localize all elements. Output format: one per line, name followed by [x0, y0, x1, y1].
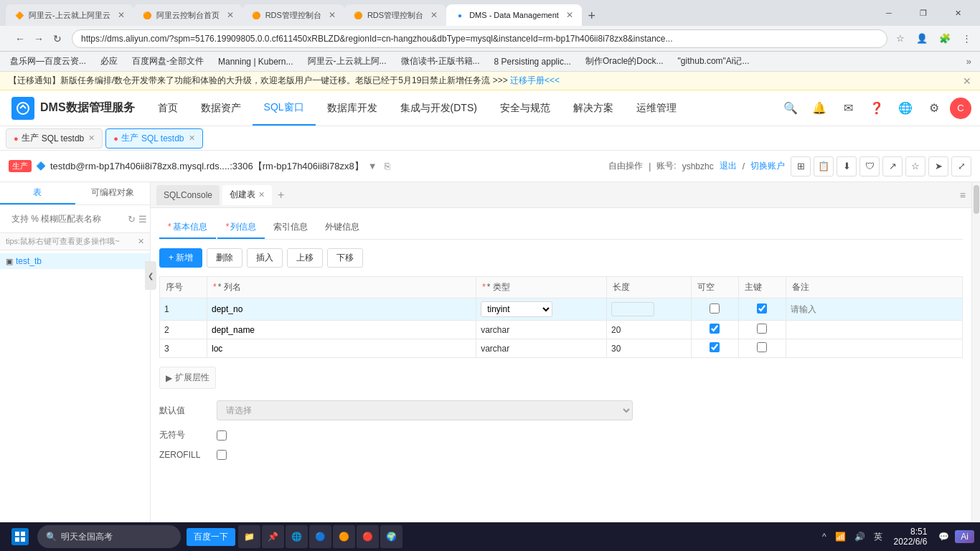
restore-button[interactable]: ❐	[907, 2, 940, 24]
sidebar-tab-tables[interactable]: 表	[0, 182, 75, 204]
nav-sql[interactable]: SQL窗口	[253, 90, 316, 126]
col-type-1[interactable]: tinyint varchar int bigint datetime text	[476, 298, 607, 321]
col-name-input-3[interactable]	[212, 344, 369, 354]
bookmark-9[interactable]: "github.com"Ai记...	[674, 54, 754, 69]
nav-ops[interactable]: 运维管理	[625, 90, 688, 126]
help-icon[interactable]: ❓	[864, 95, 890, 121]
col-name-3[interactable]	[207, 339, 476, 358]
sub-tab-close-1[interactable]: ✕	[88, 133, 95, 143]
nav-dts[interactable]: 集成与开发(DTS)	[389, 90, 489, 126]
tab-close-4[interactable]: ✕	[430, 10, 438, 20]
browser-tab-3[interactable]: 🟠 RDS管理控制台 ✕	[242, 4, 344, 26]
expand-section[interactable]: ▶ 扩展层性	[159, 367, 216, 389]
unsigned-checkbox[interactable]	[217, 430, 227, 441]
col-nullable-1[interactable]	[691, 298, 738, 321]
col-nullable-check-1[interactable]	[710, 303, 720, 314]
sub-tab-2[interactable]: ● 生产 SQL testdb ✕	[105, 128, 202, 149]
nav-home[interactable]: 首页	[146, 90, 189, 126]
bookmark-5[interactable]: 阿里云-上云就上阿...	[303, 54, 391, 69]
editor-tab-menu[interactable]: ≡	[960, 189, 966, 201]
db-switch-account[interactable]: 切换账户	[750, 160, 785, 172]
editor-tab-create-table[interactable]: 创建表 ✕	[222, 185, 272, 205]
profile-icon[interactable]: 👤	[913, 32, 930, 45]
message-icon[interactable]: ✉	[835, 95, 861, 121]
db-bookmark-icon[interactable]: ☆	[905, 156, 925, 176]
col-nullable-check-3[interactable]	[710, 342, 720, 352]
baidu-search-button[interactable]: 百度一下	[187, 528, 235, 546]
browser-tab-5[interactable]: ● DMS - Data Management ✕	[446, 4, 582, 26]
section-nav-columns[interactable]: *列信息	[217, 217, 265, 239]
tray-expand[interactable]: ^	[819, 530, 829, 543]
bookmark-2[interactable]: 必应	[96, 54, 122, 69]
bookmark-1[interactable]: 盘乐网—百度云资...	[6, 54, 90, 69]
bookmark-4[interactable]: Manning | Kubern...	[214, 55, 298, 68]
address-input[interactable]	[72, 29, 887, 48]
sub-tab-close-2[interactable]: ✕	[189, 133, 195, 143]
db-export-icon[interactable]: ↗	[882, 156, 903, 176]
editor-tab-close[interactable]: ✕	[258, 190, 265, 199]
bookmark-8[interactable]: 制作Oracle的Dock...	[581, 54, 668, 69]
insert-column-button[interactable]: 插入	[247, 248, 283, 268]
bookmarks-more[interactable]: »	[963, 55, 974, 68]
browser-tab-4[interactable]: 🟠 RDS管理控制台 ✕	[344, 4, 446, 26]
chevron-down-icon[interactable]: ▼	[368, 161, 377, 171]
db-download-icon[interactable]: ⬇	[837, 156, 857, 176]
move-down-button[interactable]: 下移	[327, 248, 363, 268]
section-nav-index[interactable]: 索引信息	[265, 217, 316, 239]
editor-tab-sqlconsole[interactable]: SQLConsole	[156, 185, 220, 205]
col-length-1[interactable]	[607, 298, 692, 321]
col-type-select-1[interactable]: tinyint varchar int bigint datetime text	[481, 301, 552, 317]
ai-button[interactable]: Ai	[955, 530, 974, 543]
db-table-icon[interactable]: 📋	[814, 156, 834, 176]
refresh-icon[interactable]: ↻	[128, 214, 136, 225]
language-icon[interactable]: 🌐	[892, 95, 918, 121]
taskbar-item-2[interactable]: 📌	[262, 525, 284, 548]
sidebar-tab-programmable[interactable]: 可编程对象	[75, 182, 151, 204]
db-shield-icon[interactable]: 🛡	[859, 156, 880, 176]
col-name-input-1[interactable]	[212, 304, 369, 314]
default-value-select[interactable]: 请选择	[217, 400, 633, 420]
col-pk-1[interactable]	[738, 298, 786, 321]
tray-network-icon[interactable]: 📶	[832, 530, 849, 543]
tray-clock[interactable]: 8:51 2022/6/6	[888, 525, 933, 548]
forward-button[interactable]: →	[30, 30, 47, 47]
tab-close-2[interactable]: ✕	[227, 10, 234, 20]
refresh-button[interactable]: ↻	[49, 30, 66, 47]
db-logout[interactable]: 退出	[720, 160, 737, 172]
notification-center[interactable]: 💬	[936, 530, 952, 543]
tab-close-1[interactable]: ✕	[118, 10, 125, 20]
col-nullable-2[interactable]	[691, 321, 738, 339]
sidebar-collapse-button[interactable]: ❮	[145, 261, 156, 290]
tray-volume-icon[interactable]: 🔊	[852, 530, 868, 543]
section-nav-fk[interactable]: 外键信息	[316, 217, 368, 239]
more-icon[interactable]: ⋮	[959, 32, 974, 45]
bookmark-6[interactable]: 微信读书-正版书籍...	[397, 54, 484, 69]
db-send-icon[interactable]: ➤	[928, 156, 948, 176]
nav-solutions[interactable]: 解决方案	[562, 90, 625, 126]
nav-db-dev[interactable]: 数据库开发	[316, 90, 389, 126]
scrollbar-thumb[interactable]	[974, 185, 979, 214]
tray-language[interactable]: 英	[871, 529, 885, 545]
taskbar-item-5[interactable]: 🟠	[333, 525, 355, 548]
col-comment-input-1[interactable]	[791, 304, 891, 314]
move-up-button[interactable]: 上移	[287, 248, 323, 268]
db-expand-icon[interactable]: ⤢	[951, 156, 971, 176]
taskbar-item-6[interactable]: 🔴	[357, 525, 379, 548]
user-avatar[interactable]: C	[950, 98, 971, 119]
browser-tab-1[interactable]: 🔶 阿里云-上云就上阿里云 ✕	[6, 4, 133, 26]
start-button[interactable]	[6, 524, 34, 550]
taskbar-file-explorer[interactable]: 📁	[238, 525, 260, 548]
tab-close-3[interactable]: ✕	[329, 10, 336, 20]
sidebar-tip-close[interactable]: ✕	[138, 237, 144, 246]
nav-data-assets[interactable]: 数据资产	[189, 90, 253, 126]
sidebar-search-input[interactable]	[6, 209, 125, 228]
copy-icon[interactable]: ⎘	[385, 161, 390, 171]
back-button[interactable]: ←	[11, 30, 29, 47]
taskbar-item-3[interactable]: 🌐	[286, 525, 308, 548]
add-column-button[interactable]: + 新增	[159, 248, 202, 268]
col-name-input-2[interactable]	[212, 325, 369, 335]
tab-close-5[interactable]: ✕	[566, 10, 573, 20]
col-pk-check-3[interactable]	[757, 342, 767, 352]
col-name-2[interactable]	[207, 321, 476, 339]
col-length-input-1[interactable]	[611, 302, 654, 316]
